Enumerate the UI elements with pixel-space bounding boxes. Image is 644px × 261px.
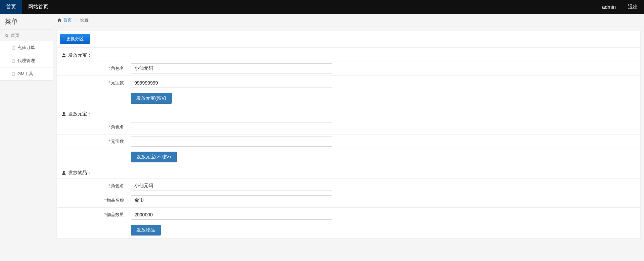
field-label: 角色名 [111, 183, 124, 188]
user-icon [61, 53, 66, 58]
topbar-spacer [54, 0, 596, 14]
field-label: 元宝数 [111, 139, 124, 144]
sidebar-item-label: GM工具 [17, 71, 33, 77]
sidebar-item-label: 代理管理 [17, 58, 35, 64]
file-icon [11, 46, 15, 50]
sidebar-title: 菜单 [0, 14, 53, 30]
section-title-0: 发放元宝： [57, 48, 640, 61]
role-name-input-0[interactable] [131, 63, 332, 73]
gear-icon [5, 34, 9, 38]
field-label: 角色名 [111, 66, 124, 71]
switch-zone-button[interactable]: 更换分区 [60, 34, 90, 44]
nav-home[interactable]: 首页 [0, 0, 22, 14]
user-icon [61, 112, 66, 116]
field-label: 物品名称 [106, 198, 124, 203]
switch-zone-wrap: 更换分区 [57, 31, 640, 48]
sidebar-section-home[interactable]: 首页 [0, 30, 53, 41]
breadcrumb-sep: › [75, 18, 77, 23]
container: 菜单 首页 充值订单 代理管理 GM工具 [0, 14, 644, 261]
file-icon [11, 72, 15, 76]
amount-input-0[interactable] [131, 78, 332, 88]
submit-button-0[interactable]: 发放元宝(涨V) [131, 93, 172, 104]
sidebar: 菜单 首页 充值订单 代理管理 GM工具 [0, 14, 53, 261]
sidebar-item-agent[interactable]: 代理管理 [0, 54, 53, 67]
content: 更换分区 发放元宝： *角色名 *元宝数 [56, 30, 641, 239]
form-2: *角色名 *物品名称 *物品数量 发放物品 [57, 178, 640, 238]
item-name-input-2[interactable] [131, 195, 332, 205]
role-name-input-1[interactable] [131, 122, 332, 132]
field-label: 物品数量 [106, 212, 124, 217]
sidebar-item-gmtools[interactable]: GM工具 [0, 67, 53, 81]
section-title-2: 发放物品： [57, 165, 640, 178]
nav-site-home[interactable]: 网站首页 [22, 0, 54, 14]
item-qty-input-2[interactable] [131, 210, 332, 220]
sidebar-item-recharge[interactable]: 充值订单 [0, 41, 53, 54]
submit-button-1[interactable]: 发放元宝(不涨V) [131, 152, 177, 162]
form-0: *角色名 *元宝数 发放元宝(涨V) [57, 61, 640, 106]
main: 首页 › 设置 更换分区 发放元宝： *角色名 *元宝数 [53, 14, 644, 261]
section-title-label: 发放元宝： [68, 111, 92, 117]
breadcrumb-current: 设置 [80, 17, 89, 23]
section-title-1: 发放元宝： [57, 106, 640, 120]
breadcrumb-home[interactable]: 首页 [63, 17, 72, 23]
topbar: 首页 网站首页 admin 退出 [0, 0, 644, 14]
submit-button-2[interactable]: 发放物品 [131, 225, 161, 236]
breadcrumb: 首页 › 设置 [53, 14, 644, 27]
field-label: 元宝数 [111, 80, 124, 85]
section-title-label: 发放物品： [68, 170, 92, 176]
logout-button[interactable]: 退出 [622, 0, 644, 14]
form-1: *角色名 *元宝数 发放元宝(不涨V) [57, 120, 640, 165]
section-title-label: 发放元宝： [68, 52, 92, 58]
file-icon [11, 59, 15, 63]
role-name-input-2[interactable] [131, 181, 332, 191]
amount-input-1[interactable] [131, 137, 332, 147]
sidebar-item-label: 充值订单 [17, 45, 35, 51]
field-label: 角色名 [111, 124, 124, 129]
user-icon [61, 170, 66, 175]
sidebar-section-label: 首页 [11, 33, 19, 39]
user-label[interactable]: admin [596, 0, 622, 14]
home-icon [57, 18, 62, 22]
